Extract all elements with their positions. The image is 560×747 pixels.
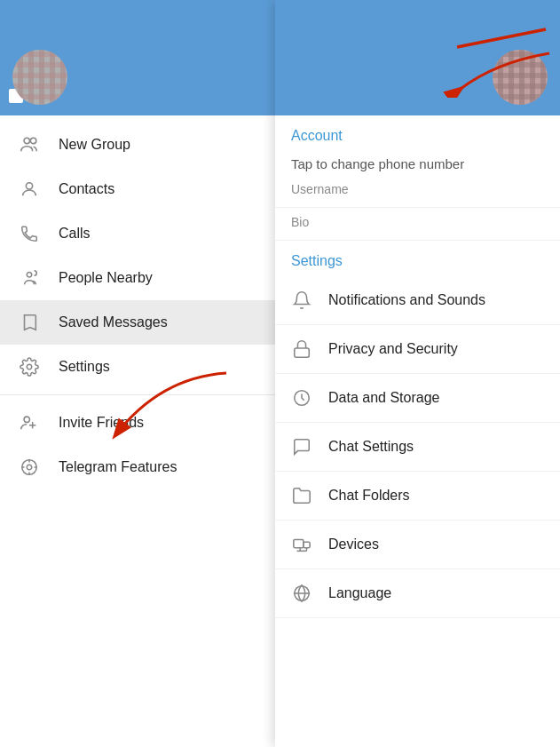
privacy-label: Privacy and Security bbox=[328, 341, 458, 357]
nav-divider bbox=[0, 394, 275, 395]
nav-item-contacts[interactable]: Contacts bbox=[0, 167, 275, 211]
svg-line-10 bbox=[457, 29, 546, 47]
people-nearby-icon bbox=[18, 266, 41, 290]
invite-friends-label: Invite Friends bbox=[59, 415, 144, 431]
nav-item-new-group[interactable]: New Group bbox=[0, 123, 275, 167]
right-nav-chat-settings[interactable]: Chat Settings bbox=[275, 423, 560, 472]
saved-messages-label: Saved Messages bbox=[59, 314, 168, 330]
chat-settings-label: Chat Settings bbox=[328, 439, 414, 455]
settings-icon bbox=[18, 355, 41, 378]
phone-hint-text: Tap to change phone number bbox=[291, 156, 464, 171]
contacts-label: Contacts bbox=[59, 181, 114, 197]
features-icon bbox=[18, 456, 41, 479]
contacts-icon bbox=[18, 178, 41, 201]
invite-icon bbox=[18, 411, 41, 434]
svg-rect-12 bbox=[295, 348, 310, 357]
devices-label: Devices bbox=[328, 536, 379, 552]
nav-item-calls[interactable]: Calls bbox=[0, 211, 275, 256]
svg-point-2 bbox=[26, 183, 32, 189]
language-label: Language bbox=[328, 585, 391, 601]
left-header bbox=[0, 0, 275, 115]
right-nav-chat-folders[interactable]: Chat Folders bbox=[275, 472, 560, 521]
right-nav-privacy[interactable]: Privacy and Security bbox=[275, 325, 560, 374]
phone-hint-row[interactable]: Tap to change phone number bbox=[275, 151, 560, 175]
right-nav-notifications[interactable]: Notifications and Sounds bbox=[275, 276, 560, 325]
folder-icon bbox=[289, 483, 314, 508]
saved-messages-icon bbox=[18, 311, 41, 334]
calls-label: Calls bbox=[59, 226, 91, 242]
nav-item-people-nearby[interactable]: People Nearby bbox=[0, 256, 275, 300]
svg-point-1 bbox=[30, 138, 35, 143]
nav-item-saved-messages[interactable]: Saved Messages bbox=[0, 300, 275, 345]
svg-point-3 bbox=[27, 273, 32, 278]
telegram-features-label: Telegram Features bbox=[59, 459, 177, 475]
red-strikethrough bbox=[448, 16, 555, 60]
devices-icon bbox=[289, 532, 314, 557]
username-label: Username bbox=[291, 182, 544, 196]
svg-point-5 bbox=[24, 417, 29, 422]
left-panel: New Group Contacts Calls bbox=[0, 0, 275, 747]
right-nav-language[interactable]: Language bbox=[275, 569, 560, 618]
lock-icon bbox=[289, 337, 314, 362]
svg-rect-14 bbox=[294, 540, 304, 548]
bio-row[interactable]: Bio bbox=[275, 208, 560, 241]
new-group-icon bbox=[18, 133, 41, 156]
chat-icon bbox=[289, 434, 314, 459]
svg-point-0 bbox=[24, 138, 29, 143]
avatar-left bbox=[12, 50, 67, 105]
settings-title: Settings bbox=[275, 241, 560, 276]
svg-point-4 bbox=[27, 364, 32, 370]
right-panel: Account Tap to change phone number Usern… bbox=[275, 0, 560, 747]
username-row[interactable]: Username bbox=[275, 175, 560, 208]
left-nav: New Group Contacts Calls bbox=[0, 115, 275, 497]
notifications-label: Notifications and Sounds bbox=[328, 292, 485, 308]
nav-item-telegram-features[interactable]: Telegram Features bbox=[0, 445, 275, 489]
bio-label: Bio bbox=[291, 215, 544, 229]
bell-icon bbox=[289, 288, 314, 313]
right-nav-devices[interactable]: Devices bbox=[275, 521, 560, 569]
nav-item-settings[interactable]: Settings bbox=[0, 345, 275, 389]
nav-item-invite-friends[interactable]: Invite Friends bbox=[0, 401, 275, 445]
new-group-label: New Group bbox=[59, 137, 130, 153]
avatar-right bbox=[493, 50, 548, 105]
chat-folders-label: Chat Folders bbox=[328, 488, 410, 504]
settings-label: Settings bbox=[59, 359, 110, 375]
globe-icon bbox=[289, 581, 314, 606]
calls-icon bbox=[18, 222, 41, 245]
data-storage-label: Data and Storage bbox=[328, 390, 439, 406]
svg-rect-15 bbox=[304, 542, 310, 547]
people-nearby-label: People Nearby bbox=[59, 270, 153, 286]
right-nav-data-storage[interactable]: Data and Storage bbox=[275, 374, 560, 423]
account-title: Account bbox=[275, 115, 560, 151]
right-header bbox=[275, 0, 560, 115]
clock-icon bbox=[289, 385, 314, 410]
